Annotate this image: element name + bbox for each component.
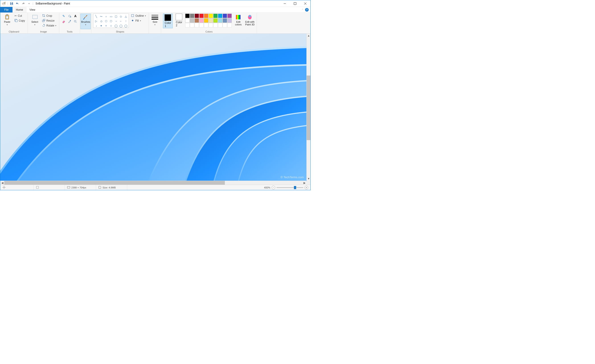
cut-button[interactable]: ✂Cut: [14, 14, 26, 18]
tab-home[interactable]: Home: [13, 7, 26, 13]
title-bar: | ▾ | SvBannerBackground - Paint: [0, 0, 311, 7]
color-swatch[interactable]: [209, 14, 213, 18]
rotate-button[interactable]: Rotate ▾: [41, 23, 57, 28]
color-swatch[interactable]: [185, 18, 190, 23]
svg-rect-17: [42, 20, 44, 22]
svg-rect-5: [11, 2, 12, 3]
color-swatch[interactable]: [223, 23, 227, 28]
crop-icon: [42, 14, 45, 18]
brush-icon: [83, 14, 88, 20]
close-button[interactable]: [300, 0, 311, 7]
color-swatch[interactable]: [218, 14, 222, 18]
eraser-tool[interactable]: [61, 19, 66, 24]
tab-file[interactable]: File: [0, 7, 13, 13]
color-swatch[interactable]: [227, 18, 232, 23]
group-brushes: Brushes▾: [80, 13, 91, 33]
color-swatch[interactable]: [204, 23, 208, 28]
color-swatch[interactable]: [199, 23, 204, 28]
dimensions-icon: [67, 186, 70, 189]
paint3d-icon: [247, 14, 253, 20]
status-pointer: [0, 185, 34, 190]
ribbon: Paste▾ ✂Cut Copy Clipboard Select▾ Crop …: [0, 13, 311, 34]
color-swatch[interactable]: [209, 18, 213, 23]
group-image: Select▾ Crop Resize Rotate ▾ Image: [28, 13, 59, 33]
tab-view[interactable]: View: [26, 7, 39, 13]
color-swatch[interactable]: [218, 18, 222, 23]
scroll-left-icon[interactable]: ◀: [0, 181, 4, 185]
color-swatch[interactable]: [218, 23, 222, 28]
color-swatch[interactable]: [227, 14, 232, 18]
text-tool[interactable]: A: [73, 14, 78, 19]
color-swatch[interactable]: [204, 18, 208, 23]
color-swatch[interactable]: [209, 23, 213, 28]
canvas-area[interactable]: © TechTerms.com ▲ ▼ ◀ ▶: [0, 34, 311, 185]
maximize-button[interactable]: [290, 0, 300, 7]
zoom-slider[interactable]: [276, 187, 303, 188]
help-icon[interactable]: ?: [305, 8, 309, 12]
redo-icon[interactable]: [21, 1, 25, 6]
paint3d-button[interactable]: Edit with Paint 3D: [245, 14, 255, 29]
color-swatch[interactable]: [223, 14, 227, 18]
color1-swatch: [164, 14, 171, 21]
fill-tool[interactable]: [67, 14, 72, 19]
crosshair-icon: [2, 186, 6, 189]
shape-fill-button[interactable]: Fill ▾: [130, 19, 147, 23]
color-swatch[interactable]: [213, 18, 218, 23]
zoom-in-button[interactable]: +: [305, 186, 308, 189]
scroll-right-icon[interactable]: ▶: [302, 181, 306, 185]
resize-button[interactable]: Resize: [41, 19, 57, 23]
vertical-scrollbar[interactable]: ▲ ▼: [306, 34, 311, 181]
color-swatch[interactable]: [199, 14, 204, 18]
rotate-icon: [42, 24, 45, 28]
color-swatch[interactable]: [185, 23, 190, 28]
zoom-out-button[interactable]: −: [272, 186, 275, 189]
paint-app-icon[interactable]: [1, 1, 6, 6]
copy-button[interactable]: Copy: [14, 19, 26, 23]
color-swatch[interactable]: [190, 14, 194, 18]
svg-point-25: [249, 15, 251, 17]
color-swatch[interactable]: [190, 18, 194, 23]
shapes-gallery[interactable]: ╲〜○▭▢◇△ ▷◇⬠⬡→←↑ ↓✦✧☆◯◯◯: [93, 14, 129, 28]
color-swatch[interactable]: [204, 14, 208, 18]
svg-point-1: [3, 3, 3, 4]
undo-icon[interactable]: [15, 1, 20, 6]
magnifier-tool[interactable]: [73, 19, 78, 24]
watermark: © TechTerms.com: [281, 175, 304, 179]
shape-outline-button[interactable]: Outline ▾: [130, 14, 147, 18]
edit-colors-icon: [235, 14, 241, 20]
color-swatch[interactable]: [185, 14, 190, 18]
color-swatch[interactable]: [227, 23, 232, 28]
selection-icon: [36, 186, 39, 189]
pencil-tool[interactable]: ✎: [61, 14, 66, 19]
minimize-button[interactable]: [280, 0, 290, 7]
fill-icon: [131, 19, 134, 23]
color-swatch[interactable]: [223, 18, 227, 23]
color-swatch[interactable]: [213, 23, 218, 28]
scroll-down-icon[interactable]: ▼: [307, 177, 311, 181]
color-swatch[interactable]: [195, 23, 199, 28]
brushes-button[interactable]: Brushes▾: [80, 14, 91, 29]
qat-customize-icon[interactable]: ▾: [27, 1, 31, 6]
color-palette[interactable]: [185, 14, 232, 28]
crop-button[interactable]: Crop: [41, 14, 57, 18]
color2-button[interactable]: Color 2: [174, 14, 184, 27]
window-title: SvBannerBackground - Paint: [33, 2, 280, 5]
window-controls: [280, 0, 311, 7]
svg-rect-29: [36, 186, 39, 189]
color-swatch[interactable]: [199, 18, 204, 23]
ribbon-collapse-icon[interactable]: ˄: [302, 9, 303, 11]
color-picker-tool[interactable]: [67, 19, 72, 24]
svg-rect-15: [15, 20, 17, 22]
paste-button[interactable]: Paste▾: [2, 14, 12, 29]
color-swatch[interactable]: [195, 14, 199, 18]
size-button[interactable]: Size▾: [150, 14, 160, 29]
color-swatch[interactable]: [213, 14, 218, 18]
color1-button[interactable]: Color 1: [163, 14, 173, 28]
select-button[interactable]: Select▾: [30, 14, 40, 29]
horizontal-scrollbar[interactable]: ◀ ▶: [0, 181, 306, 185]
color-swatch[interactable]: [195, 18, 199, 23]
save-icon[interactable]: [9, 1, 14, 6]
edit-colors-button[interactable]: Edit colors: [233, 14, 243, 29]
scroll-up-icon[interactable]: ▲: [307, 34, 311, 38]
color-swatch[interactable]: [190, 23, 194, 28]
